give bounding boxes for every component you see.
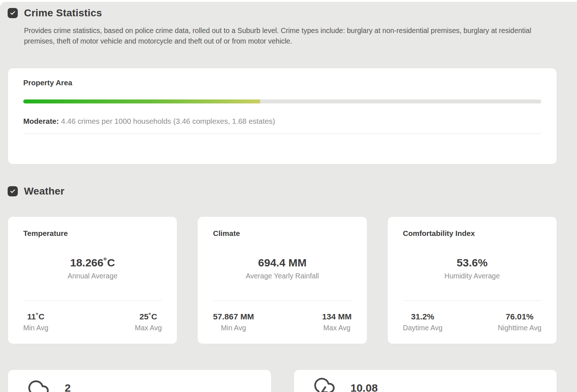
comfortability-day-label: Daytime Avg — [403, 324, 443, 332]
crime-statistics-title: Crime Statistics — [24, 7, 102, 19]
cloud-cover-card: 2 — [8, 369, 271, 392]
checkmark-icon — [10, 188, 16, 194]
climate-max-value: 134 MM — [322, 312, 351, 322]
comfortability-card: Comfortability Index 53.6% Humidity Aver… — [387, 216, 557, 344]
crime-rate-progress-fill — [23, 99, 260, 103]
comfortability-day-stat: 31.2% Daytime Avg — [403, 312, 443, 332]
cloud-cover-value: 2 — [65, 382, 71, 392]
property-area-card: Property Area Moderate:4.46 crimes per 1… — [8, 68, 557, 164]
weather-checkbox[interactable] — [8, 186, 18, 196]
temperature-max-label: Max Avg — [135, 324, 162, 332]
divider — [23, 301, 162, 301]
comfortability-night-stat: 76.01% Nighttime Avg — [498, 312, 541, 332]
climate-value-label: Average Yearly Rainfall — [213, 272, 351, 280]
climate-min-stat: 57.867 MM Min Avg — [213, 312, 254, 332]
temperature-min-stat: 11˚C Min Avg — [23, 312, 48, 332]
comfortability-value-label: Humidity Average — [403, 272, 541, 280]
temperature-max-stat: 25˚C Max Avg — [135, 312, 162, 332]
cloud-lightning-icon — [314, 378, 335, 392]
crime-rating-line: Moderate:4.46 crimes per 1000 households… — [23, 117, 541, 126]
divider — [23, 134, 541, 134]
checkmark-icon — [10, 10, 16, 16]
property-area-title: Property Area — [23, 78, 541, 87]
crime-rating-detail: 4.46 crimes per 1000 households (3.46 co… — [61, 117, 275, 125]
crime-rating-level: Moderate: — [23, 117, 59, 125]
crime-statistics-checkbox[interactable] — [8, 8, 18, 18]
precipitation-card: 10.08 — [294, 369, 557, 392]
comfortability-card-title: Comfortability Index — [403, 229, 541, 238]
comfortability-night-value: 76.01% — [498, 312, 541, 322]
weather-header: Weather — [0, 185, 577, 197]
temperature-card: Temperature 18.266˚C Annual Average 11˚C… — [8, 216, 177, 344]
climate-max-label: Max Avg — [322, 324, 351, 332]
weather-extra-cards: 2 10.08 — [8, 369, 557, 392]
divider — [213, 301, 351, 301]
crime-statistics-description: Provides crime statistics, based on poli… — [24, 25, 549, 46]
comfortability-night-label: Nighttime Avg — [498, 324, 541, 332]
cloud-icon — [28, 378, 49, 392]
temperature-value-label: Annual Average — [23, 272, 162, 280]
climate-min-value: 57.867 MM — [213, 312, 254, 322]
climate-min-label: Min Avg — [213, 324, 254, 332]
temperature-min-value: 11˚C — [23, 312, 48, 322]
climate-card-title: Climate — [213, 229, 351, 238]
crime-statistics-header: Crime Statistics — [0, 7, 577, 19]
climate-value: 694.4 MM — [213, 257, 351, 269]
temperature-card-title: Temperature — [23, 229, 162, 238]
report-panel: Crime Statistics Provides crime statisti… — [0, 2, 577, 392]
temperature-max-value: 25˚C — [135, 312, 162, 322]
weather-stat-cards: Temperature 18.266˚C Annual Average 11˚C… — [8, 216, 557, 344]
precipitation-value: 10.08 — [351, 382, 378, 392]
climate-max-stat: 134 MM Max Avg — [322, 312, 351, 332]
comfortability-day-value: 31.2% — [403, 312, 443, 322]
divider — [403, 301, 541, 301]
crime-rate-progress-track — [23, 99, 541, 103]
comfortability-value: 53.6% — [403, 257, 541, 269]
climate-card: Climate 694.4 MM Average Yearly Rainfall… — [197, 216, 367, 344]
weather-title: Weather — [24, 185, 64, 197]
temperature-min-label: Min Avg — [23, 324, 48, 332]
temperature-value: 18.266˚C — [23, 257, 162, 269]
